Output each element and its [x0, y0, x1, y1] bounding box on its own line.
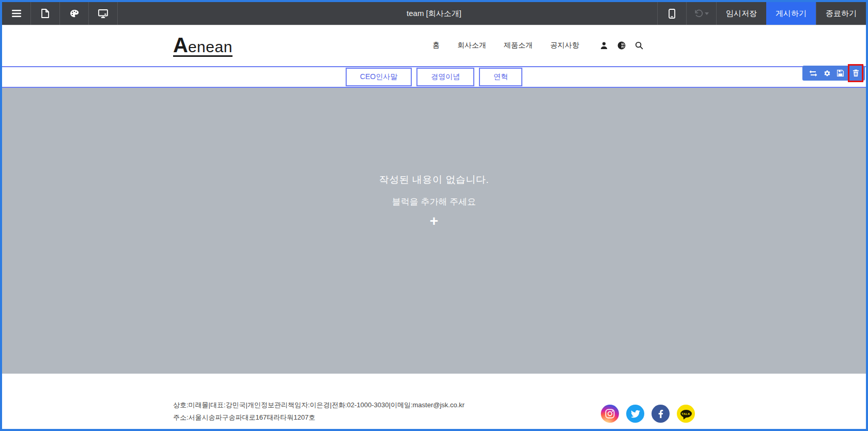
- footer-info-line2: 주소:서울시송파구송파대로167태라타워1207호: [173, 411, 464, 424]
- user-icon[interactable]: [600, 41, 608, 50]
- kakaotalk-bubble: TALK: [680, 410, 692, 418]
- subtab-history[interactable]: 연혁: [479, 68, 522, 86]
- empty-content-area: 작성된 내용이 없습니다. 블럭을 추가해 주세요 +: [2, 88, 866, 374]
- menu-icon: [12, 10, 21, 17]
- twitter-icon[interactable]: [626, 405, 644, 423]
- instagram-icon[interactable]: [601, 405, 619, 423]
- gear-icon[interactable]: [822, 70, 833, 77]
- globe-icon[interactable]: [617, 41, 626, 50]
- nav-item-notice[interactable]: 공지사항: [550, 41, 579, 50]
- menu-button[interactable]: [2, 2, 31, 25]
- page-icon: [41, 9, 49, 18]
- mobile-preview-icon: [669, 9, 675, 19]
- mobile-preview-button[interactable]: [657, 2, 686, 25]
- page-button[interactable]: [31, 2, 60, 25]
- temp-save-button[interactable]: 임시저장: [716, 2, 766, 25]
- block-toolbar: [802, 66, 865, 81]
- palette-icon: [70, 9, 79, 18]
- site-logo[interactable]: Aenean: [173, 35, 233, 57]
- logo-rest: enean: [188, 38, 233, 55]
- site-header: Aenean 홈 회사소개 제품소개 공지사항: [2, 25, 866, 66]
- undo-icon: [694, 9, 703, 18]
- nav-item-products[interactable]: 제품소개: [504, 41, 533, 50]
- editor-page: team [회사소개] 임시저장 게시하기 종료하기 Aenean: [0, 0, 868, 431]
- theme-button[interactable]: [60, 2, 89, 25]
- nav-item-home[interactable]: 홈: [432, 41, 440, 50]
- footer-info: 상호:미래몰|대표:강민국|개인정보관리책임자:이은경|전화:02-1000-3…: [173, 399, 464, 424]
- kakaotalk-icon[interactable]: TALK: [677, 405, 695, 423]
- subtab-ceo-greeting[interactable]: CEO인사말: [346, 68, 412, 86]
- subtab-management-philosophy[interactable]: 경영이념: [416, 68, 474, 86]
- footer-info-line1: 상호:미래몰|대표:강민국|개인정보관리책임자:이은경|전화:02-1000-3…: [173, 399, 464, 411]
- logo-initial: A: [173, 34, 188, 56]
- facebook-icon[interactable]: [652, 405, 670, 423]
- social-links: TALK: [601, 405, 695, 424]
- nav-item-company[interactable]: 회사소개: [457, 41, 486, 50]
- swap-icon[interactable]: [807, 70, 819, 76]
- search-icon[interactable]: [635, 41, 643, 50]
- publish-button[interactable]: 게시하기: [766, 2, 816, 25]
- undo-button[interactable]: [686, 2, 716, 25]
- save-icon[interactable]: [835, 70, 846, 76]
- desktop-view-button[interactable]: [89, 2, 118, 25]
- desktop-icon: [98, 9, 108, 18]
- exit-button[interactable]: 종료하기: [816, 2, 866, 25]
- trash-highlight-box: [848, 64, 863, 82]
- empty-message-line2: 블럭을 추가해 주세요: [392, 196, 476, 208]
- main-nav: 홈 회사소개 제품소개 공지사항: [432, 41, 695, 50]
- add-block-button[interactable]: +: [430, 214, 438, 228]
- editor-topbar: team [회사소개] 임시저장 게시하기 종료하기: [2, 2, 866, 25]
- kakaotalk-label: TALK: [681, 412, 690, 415]
- trash-icon[interactable]: [850, 69, 861, 77]
- submenu-block: CEO인사말 경영이념 연혁: [2, 66, 866, 88]
- undo-history-caret-icon[interactable]: [705, 12, 709, 15]
- site-footer: 상호:미래몰|대표:강민국|개인정보관리책임자:이은경|전화:02-1000-3…: [2, 374, 866, 429]
- empty-message-line1: 작성된 내용이 없습니다.: [379, 173, 489, 187]
